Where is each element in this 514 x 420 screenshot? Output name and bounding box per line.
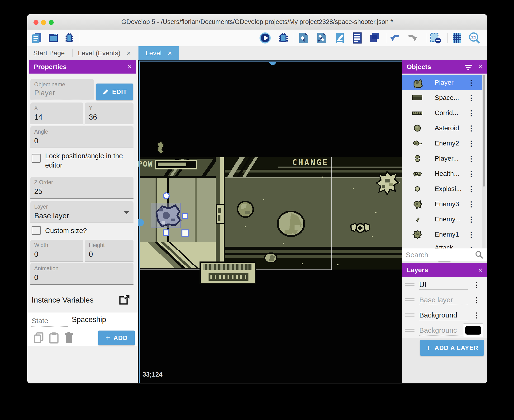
field-label: Y xyxy=(89,105,92,111)
width-field[interactable]: Width 0 xyxy=(31,240,83,262)
custom-size-checkbox[interactable] xyxy=(31,226,41,235)
tab-level[interactable]: Level × xyxy=(138,46,179,60)
toolbar-separator xyxy=(294,33,294,43)
tab-start-page[interactable]: Start Page xyxy=(27,46,70,60)
object-menu-icon[interactable]: ⋮ xyxy=(468,94,475,102)
object-name: Player... xyxy=(435,155,459,162)
redo-icon[interactable] xyxy=(407,32,419,44)
drag-handle-icon[interactable] xyxy=(405,283,414,286)
zoom-1-1-icon[interactable]: 1:1 xyxy=(468,32,481,44)
variable-name-input[interactable] xyxy=(31,315,68,327)
drag-handle-icon[interactable] xyxy=(405,329,414,332)
object-row-partial[interactable]: Attack... ⋮ xyxy=(402,242,484,248)
scene-canvas[interactable]: POW xyxy=(138,60,402,383)
object-menu-icon[interactable]: ⋮ xyxy=(468,139,475,148)
layer-name: Backgrounc xyxy=(419,326,457,334)
layer-row-background[interactable]: Background ⋮ xyxy=(402,308,487,323)
object-menu-icon[interactable]: ⋮ xyxy=(468,79,475,87)
plus-icon: + xyxy=(106,333,111,343)
debug-icon[interactable] xyxy=(277,32,290,44)
panel-resize-grip[interactable] xyxy=(438,261,451,262)
close-icon[interactable]: × xyxy=(127,62,132,71)
health-pickup-sprite xyxy=(351,223,370,232)
drag-handle-icon[interactable] xyxy=(405,314,414,317)
height-field[interactable]: Height 0 xyxy=(85,240,133,262)
window-icon[interactable] xyxy=(47,32,59,44)
layer-menu-icon[interactable]: ⋮ xyxy=(473,296,480,304)
object-menu-icon[interactable]: ⋮ xyxy=(468,154,475,163)
window-mask-icon[interactable] xyxy=(429,32,442,44)
close-icon[interactable]: × xyxy=(478,62,483,71)
layers-icon[interactable] xyxy=(368,32,380,44)
objects-scrollbar[interactable] xyxy=(483,75,485,248)
filter-icon[interactable] xyxy=(464,63,472,70)
layer-row-ui[interactable]: UI ⋮ xyxy=(402,277,487,292)
object-menu-icon[interactable]: ⋮ xyxy=(468,124,475,132)
layer-row-base-layer[interactable]: Base layer ⋮ xyxy=(402,292,487,308)
object-name: Enemy... xyxy=(435,216,460,223)
copy-icon[interactable] xyxy=(33,332,45,344)
object-row-player-bullet[interactable]: Player... ⋮ xyxy=(402,151,484,166)
object-row-enemy2[interactable]: Enemy2 ⋮ xyxy=(402,136,484,151)
resize-handle-right xyxy=(183,213,188,218)
object-menu-icon[interactable]: ⋮ xyxy=(468,170,475,178)
add-layer-button[interactable]: + ADD A LAYER xyxy=(420,340,484,356)
object-menu-icon[interactable]: ⋮ xyxy=(468,185,475,193)
paste-icon[interactable] xyxy=(49,332,59,344)
object-menu-icon[interactable]: ⋮ xyxy=(468,246,475,249)
object-menu-icon[interactable]: ⋮ xyxy=(468,200,475,208)
add-variable-button[interactable]: + ADD xyxy=(98,330,135,345)
project-manager-icon[interactable] xyxy=(31,32,43,44)
layer-select[interactable]: Layer Base layer xyxy=(31,201,133,223)
object-row-player[interactable]: Player ⋮ xyxy=(402,75,484,90)
object-row-enemy-bullet[interactable]: Enemy... ⋮ xyxy=(402,212,484,227)
instances-list-icon[interactable] xyxy=(351,32,363,44)
layer-row-background2[interactable]: Backgrounc xyxy=(402,323,487,338)
debugger-icon[interactable] xyxy=(63,32,76,44)
layer-color-swatch[interactable] xyxy=(463,323,483,337)
rotate-handle xyxy=(163,193,169,199)
lock-position-checkbox[interactable] xyxy=(31,154,41,163)
z-order-field[interactable]: Z Order 25 xyxy=(31,177,133,199)
object-menu-icon[interactable]: ⋮ xyxy=(468,109,475,117)
objects-editor-icon[interactable] xyxy=(297,32,310,44)
instance-variables-title: Instance Variables xyxy=(31,296,94,304)
object-menu-icon[interactable]: ⋮ xyxy=(468,215,475,224)
open-in-new-icon[interactable] xyxy=(119,294,130,305)
close-icon[interactable]: × xyxy=(168,49,172,57)
edit-button[interactable]: EDIT xyxy=(96,83,133,100)
object-row-space[interactable]: Space... ⋮ xyxy=(402,90,484,105)
search-input[interactable] xyxy=(405,250,470,260)
variable-value[interactable]: Spaceship xyxy=(72,315,110,326)
health-pickup-icon xyxy=(412,168,422,179)
layer-menu-icon[interactable]: ⋮ xyxy=(473,281,480,289)
undo-icon[interactable] xyxy=(388,32,401,44)
tab-level-events[interactable]: Level (Events) × xyxy=(73,46,136,60)
properties-icon[interactable] xyxy=(333,32,346,44)
field-label: Object name xyxy=(34,81,65,88)
object-row-asteroid[interactable]: Asteroid ⋮ xyxy=(402,120,484,136)
object-row-corridor[interactable]: Corrid... ⋮ xyxy=(402,105,484,121)
scrollbar-thumb[interactable] xyxy=(483,75,485,187)
object-row-health[interactable]: Health... ⋮ xyxy=(402,166,484,181)
close-icon[interactable]: × xyxy=(127,49,131,57)
layer-underline xyxy=(419,335,468,336)
field-label: Z Order xyxy=(34,179,53,186)
play-icon[interactable] xyxy=(259,32,271,44)
close-icon[interactable]: × xyxy=(478,266,483,275)
attack-icon xyxy=(412,244,422,248)
angle-field[interactable]: Angle 0 xyxy=(31,126,133,148)
animation-field[interactable]: Animation 0 xyxy=(31,263,133,285)
y-field[interactable]: Y 36 xyxy=(85,103,133,124)
object-row-explosion[interactable]: Explosi... ⋮ xyxy=(402,181,484,197)
object-menu-icon[interactable]: ⋮ xyxy=(468,230,475,239)
layer-menu-icon[interactable]: ⋮ xyxy=(473,311,480,319)
toolbar-separator xyxy=(426,33,426,43)
drag-handle-icon[interactable] xyxy=(405,298,414,302)
trash-icon[interactable] xyxy=(64,332,74,344)
object-groups-icon[interactable] xyxy=(315,32,328,44)
grid-icon[interactable] xyxy=(451,32,463,44)
object-row-enemy1[interactable]: Enemy1 ⋮ xyxy=(402,227,484,242)
x-field[interactable]: X 14 xyxy=(31,103,83,124)
object-row-enemy3[interactable]: Enemy3 ⋮ xyxy=(402,196,484,212)
